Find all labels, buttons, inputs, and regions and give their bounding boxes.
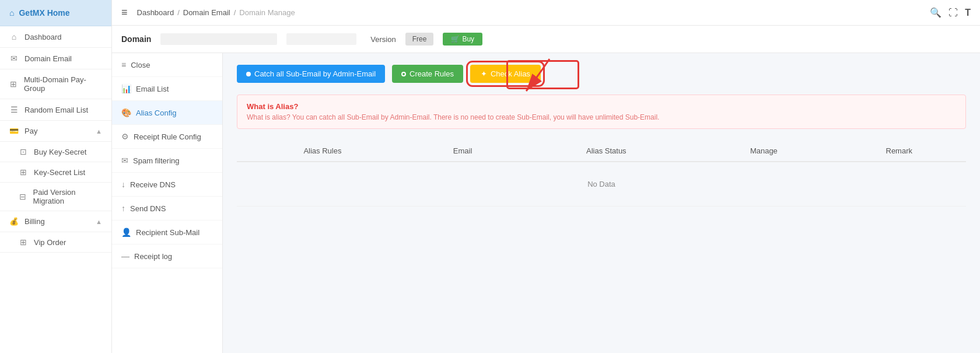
dot-icon <box>246 72 251 76</box>
sidebar-item-domain-email[interactable]: ✉ Domain Email <box>0 48 111 69</box>
chevron-up-icon-2: ▲ <box>96 218 102 225</box>
home-icon: ⌂ <box>9 8 14 18</box>
nav-receipt-log[interactable]: — Receipt log <box>112 244 222 268</box>
multi-domain-icon: ⊞ <box>9 79 18 89</box>
alias-config-icon: 🎨 <box>121 108 131 117</box>
nav-label: Spam filtering <box>133 156 179 165</box>
sidebar-group-billing[interactable]: 💰 Billing ▲ <box>0 211 111 232</box>
col-alias-status: Alias Status <box>517 141 695 162</box>
sidebar-group-pay[interactable]: 💳 Pay ▲ <box>0 121 111 142</box>
sidebar-item-multi-domain[interactable]: ⊞ Multi-Domain Pay-Group <box>0 69 111 99</box>
sidebar: ⌂ GetMX Home ⌂ Dashboard ✉ Domain Email … <box>0 0 112 353</box>
hamburger-icon[interactable]: ≡ <box>121 6 128 19</box>
breadcrumb: Dashboard / Domain Email / Domain Manage <box>137 8 295 17</box>
breadcrumb-sep-2: / <box>234 8 236 17</box>
sidebar-label: Key-Secret List <box>34 168 85 177</box>
table-body: No Data <box>237 162 966 207</box>
nav-receive-dns[interactable]: ↓ Receive DNS <box>112 173 222 197</box>
info-box: What is Alias? What is alias? You can ca… <box>237 95 966 129</box>
table-row-no-data: No Data <box>237 162 966 207</box>
recipient-sub-icon: 👤 <box>121 228 131 237</box>
spam-filter-icon: ✉ <box>121 156 128 165</box>
nav-label: Receipt Rule Config <box>134 132 201 141</box>
catch-all-button[interactable]: Catch all Sub-Email by Admin-Email <box>237 65 385 83</box>
breadcrumb-domain-email[interactable]: Domain Email <box>183 8 230 17</box>
create-rules-label: Create Rules <box>410 69 454 78</box>
sidebar-item-buy-key[interactable]: ⊡ Buy Key-Secret <box>0 142 111 162</box>
dashboard-icon: ⌂ <box>9 32 19 41</box>
sidebar-item-key-list[interactable]: ⊞ Key-Secret List <box>0 162 111 183</box>
random-email-icon: ☰ <box>9 105 19 114</box>
col-manage: Manage <box>695 141 832 162</box>
breadcrumb-dashboard[interactable]: Dashboard <box>137 8 174 17</box>
sidebar-item-vip-order[interactable]: ⊞ Vip Order <box>0 232 111 253</box>
close-nav-icon: ≡ <box>121 60 126 69</box>
domain-bar: Domain Version Free 🛒 Buy <box>112 26 980 53</box>
pay-icon: 💳 <box>9 127 19 135</box>
sidebar-label: Dashboard <box>24 33 62 41</box>
sidebar-item-dashboard[interactable]: ⌂ Dashboard <box>0 26 111 48</box>
fullscreen-icon[interactable]: ⛶ <box>949 8 958 18</box>
sidebar-logo[interactable]: ⌂ GetMX Home <box>0 0 111 26</box>
nav-label: Alias Config <box>136 109 176 117</box>
search-icon[interactable]: 🔍 <box>930 7 942 18</box>
domain-value-blurred <box>160 33 277 45</box>
top-header: ≡ Dashboard / Domain Email / Domain Mana… <box>112 0 980 26</box>
sidebar-item-paid-migration[interactable]: ⊟ Paid Version Migration <box>0 183 111 211</box>
circle-icon <box>401 72 406 76</box>
breadcrumb-sep-1: / <box>177 8 180 17</box>
billing-icon: 💰 <box>9 217 19 226</box>
sidebar-label: Billing <box>24 217 45 226</box>
domain-email-icon: ✉ <box>9 54 19 63</box>
nav-recipient-sub[interactable]: 👤 Recipient Sub-Mail <box>112 221 222 244</box>
font-icon[interactable]: T <box>965 8 971 18</box>
nav-spam-filter[interactable]: ✉ Spam filtering <box>112 149 222 173</box>
sidebar-label: Domain Email <box>24 54 72 63</box>
nav-close[interactable]: ≡ Close <box>112 53 222 77</box>
nav-label: Receive DNS <box>130 180 176 189</box>
action-buttons: Catch all Sub-Email by Admin-Email Creat… <box>237 65 966 83</box>
sidebar-item-random-email[interactable]: ☰ Random Email List <box>0 99 111 121</box>
sidebar-label: Pay <box>24 127 37 135</box>
sidebar-label: Multi-Domain Pay-Group <box>24 75 102 93</box>
create-rules-button[interactable]: Create Rules <box>392 65 463 83</box>
domain-label: Domain <box>121 34 151 44</box>
receipt-log-icon: — <box>121 251 130 261</box>
content-area: ≡ Close 📊 Email List 🎨 Alias Config ⚙ Re… <box>112 53 980 353</box>
nav-label: Recipient Sub-Mail <box>136 228 200 237</box>
nav-email-list[interactable]: 📊 Email List <box>112 77 222 101</box>
send-dns-icon: ↑ <box>121 204 125 213</box>
col-email: Email <box>408 141 517 162</box>
nav-label: Close <box>131 61 150 69</box>
main-content: ≡ Dashboard / Domain Email / Domain Mana… <box>112 0 980 353</box>
catch-label: Catch all Sub-Email by Admin-Email <box>254 69 376 78</box>
nav-alias-config[interactable]: 🎨 Alias Config <box>112 101 222 125</box>
nav-label: Send DNS <box>130 204 166 213</box>
receipt-rule-icon: ⚙ <box>121 132 129 141</box>
nav-receipt-rule[interactable]: ⚙ Receipt Rule Config <box>112 125 222 149</box>
nav-label: Email List <box>136 85 169 93</box>
nav-send-dns[interactable]: ↑ Send DNS <box>112 197 222 221</box>
shopping-icon: 🛒 <box>451 35 460 43</box>
key-list-icon: ⊞ <box>19 167 28 177</box>
paid-migration-icon: ⊟ <box>19 192 27 201</box>
top-actions: 🔍 ⛶ T <box>930 7 971 18</box>
version-label: Version <box>370 35 396 44</box>
free-button[interactable]: Free <box>405 33 434 46</box>
email-list-icon: 📊 <box>121 84 131 93</box>
star-icon: ✦ <box>481 69 487 78</box>
buy-button[interactable]: 🛒 Buy <box>443 33 482 46</box>
check-alias-button[interactable]: ✦ Check Alias <box>470 65 541 83</box>
sidebar-label: Buy Key-Secret <box>34 148 86 156</box>
logo-label: GetMX Home <box>19 8 69 18</box>
vip-order-icon: ⊞ <box>19 237 28 247</box>
no-data-cell: No Data <box>237 162 966 207</box>
table-header: Alias Rules Email Alias Status Manage Re… <box>237 141 966 162</box>
buy-label: Buy <box>462 35 474 43</box>
sidebar-label: Paid Version Migration <box>33 188 102 205</box>
receive-dns-icon: ↓ <box>121 180 125 189</box>
breadcrumb-current: Domain Manage <box>239 8 295 17</box>
sidebar-label: Vip Order <box>34 238 66 247</box>
domain-extra-blurred <box>286 33 356 45</box>
info-title: What is Alias? <box>247 102 956 111</box>
